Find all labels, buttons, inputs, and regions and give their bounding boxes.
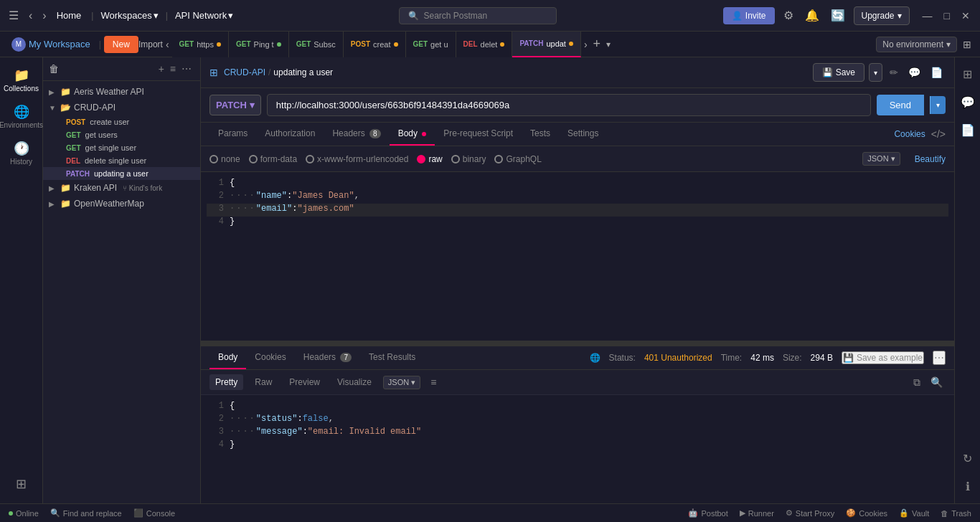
save-dropdown-button[interactable]: ▾ (869, 63, 882, 82)
home-link[interactable]: Home (54, 10, 85, 21)
sync-icon[interactable]: 🔄 (828, 6, 848, 25)
body-type-binary[interactable]: binary (451, 154, 486, 164)
endpoint-get-single-user[interactable]: GET get single user (43, 141, 200, 154)
tab-del-delete[interactable]: DEL delet (456, 32, 513, 57)
sidebar-item-mock[interactable]: ⊞ (0, 472, 42, 498)
minimize-button[interactable]: — (918, 7, 937, 24)
postbot-button[interactable]: 🤖 Postbot (688, 508, 727, 518)
hamburger-icon[interactable]: ☰ (6, 6, 22, 25)
copy-icon[interactable]: ⧉ (910, 375, 923, 390)
collection-kraken[interactable]: ▶ 📁 Kraken API ⑂ Kind's fork (43, 180, 200, 196)
online-status[interactable]: Online (9, 509, 39, 518)
comment-icon[interactable]: 💬 (905, 63, 923, 82)
endpoint-create-user[interactable]: POST create user (43, 115, 200, 128)
tab-patch-update[interactable]: PATCH updat (512, 32, 581, 57)
add-collection-button[interactable]: + (156, 62, 167, 76)
resp-tab-body[interactable]: Body (209, 346, 246, 369)
import-button[interactable]: Import (138, 39, 163, 49)
resp-json-select[interactable]: JSON ▾ (383, 376, 420, 389)
vault-button[interactable]: 🔒 Vault (899, 508, 929, 518)
find-replace-button[interactable]: 🔍 Find and replace (50, 508, 122, 518)
view-preview[interactable]: Preview (283, 374, 326, 390)
tab-get-getuser[interactable]: GET get u (406, 32, 456, 57)
endpoint-updating-user[interactable]: PATCH updating a user (43, 167, 200, 180)
tab-get-https[interactable]: GET https (172, 32, 229, 57)
json-format-select[interactable]: JSON ▾ (862, 152, 900, 166)
sidebar-item-collections[interactable]: 📁 Collections (0, 63, 42, 97)
save-button[interactable]: 💾 Save (813, 63, 864, 82)
tab-settings[interactable]: Settings (559, 123, 607, 146)
right-panel-icon2[interactable]: 💬 (956, 91, 979, 113)
maximize-button[interactable]: □ (940, 7, 954, 24)
search-resp-icon[interactable]: 🔍 (928, 375, 946, 390)
tab-params[interactable]: Params (209, 123, 256, 146)
tab-authorization[interactable]: Authorization (256, 123, 324, 146)
workspace-name[interactable]: M My Workspace (6, 37, 96, 52)
settings-icon[interactable]: ⚙ (781, 6, 796, 25)
invite-button[interactable]: 👤 Invite (723, 7, 775, 24)
api-network-menu[interactable]: API Network ▾ (175, 10, 233, 21)
right-panel-icon4[interactable]: ↻ (958, 447, 976, 470)
tab-tests[interactable]: Tests (522, 123, 559, 146)
env-selector[interactable]: No environment ▾ (876, 37, 957, 52)
url-input[interactable] (267, 94, 871, 116)
send-button[interactable]: Send (877, 95, 924, 115)
resp-tab-cookies[interactable]: Cookies (246, 346, 294, 369)
tab-headers[interactable]: Headers 8 (324, 123, 389, 146)
bell-icon[interactable]: 🔔 (802, 6, 822, 25)
resp-tab-headers[interactable]: Headers 7 (295, 346, 360, 369)
tab-new-plus[interactable]: + (590, 37, 604, 52)
body-type-urlencoded[interactable]: x-www-form-urlencoded (306, 154, 408, 164)
view-visualize[interactable]: Visualize (331, 374, 377, 390)
runner-button[interactable]: ▶ Runner (740, 508, 774, 518)
cookies-status-button[interactable]: 🍪 Cookies (846, 508, 887, 518)
tab-get-ping[interactable]: GET Ping t (229, 32, 289, 57)
search-input[interactable]: 🔍 Search Postman (399, 7, 557, 24)
tab-post-create[interactable]: POST creat (344, 32, 406, 57)
sidebar-item-environments[interactable]: 🌐 Environments (0, 100, 42, 133)
tab-pre-request[interactable]: Pre-request Script (435, 123, 522, 146)
save-example-button[interactable]: 💾 Save as example (842, 351, 924, 364)
upgrade-button[interactable]: Upgrade ▾ (854, 6, 910, 25)
wrap-icon[interactable]: ≡ (426, 375, 440, 389)
body-type-raw[interactable]: raw (417, 154, 442, 164)
body-type-none[interactable]: none (209, 154, 240, 164)
body-type-graphql[interactable]: GraphQL (494, 154, 541, 164)
endpoint-delete-user[interactable]: DEL delete single user (43, 154, 200, 167)
start-proxy-button[interactable]: ⚙ Start Proxy (786, 508, 834, 518)
code-icon[interactable]: </> (931, 128, 946, 140)
method-selector[interactable]: PATCH ▾ (209, 95, 261, 115)
workspaces-menu[interactable]: Workspaces ▾ (100, 10, 158, 21)
body-type-form-data[interactable]: form-data (249, 154, 297, 164)
collection-aeris[interactable]: ▶ 📁 Aeris Weather API (43, 84, 200, 100)
endpoint-get-users[interactable]: GET get users (43, 128, 200, 141)
env-grid-icon[interactable]: ⊞ (960, 39, 974, 50)
more-options-icon[interactable]: ⋯ (179, 62, 194, 76)
sort-icon[interactable]: ≡ (167, 62, 179, 76)
tab-scroll-left[interactable]: ‹ (163, 39, 172, 50)
tab-body[interactable]: Body (390, 123, 435, 146)
back-arrow[interactable]: ‹ (26, 6, 35, 25)
send-dropdown-button[interactable]: ▾ (930, 96, 946, 114)
cookies-button[interactable]: Cookies (894, 129, 925, 139)
document-icon[interactable]: 📄 (928, 63, 946, 82)
trash-button[interactable]: 🗑 Trash (941, 509, 971, 518)
console-button[interactable]: ⬛ Console (133, 508, 175, 518)
tab-get-subsc[interactable]: GET Subsc (289, 32, 344, 57)
forward-arrow[interactable]: › (39, 6, 49, 25)
collection-crud-api[interactable]: ▼ 📂 CRUD-API (43, 100, 200, 115)
new-button[interactable]: New (104, 36, 138, 53)
view-raw[interactable]: Raw (249, 374, 278, 390)
right-panel-icon3[interactable]: 📄 (956, 119, 979, 141)
close-button[interactable]: ✕ (957, 7, 974, 24)
tab-list-dropdown[interactable]: ▾ (603, 39, 613, 49)
resp-tab-test-results[interactable]: Test Results (360, 346, 424, 369)
response-more-button[interactable]: ⋯ (933, 351, 946, 365)
edit-icon[interactable]: ✏ (887, 63, 901, 82)
collection-openweathermap[interactable]: ▶ 📁 OpenWeatherMap (43, 196, 200, 212)
request-code-editor[interactable]: 1 { 2 ···· "name": "James Dean", 3 ···· … (201, 172, 954, 343)
view-pretty[interactable]: Pretty (209, 374, 243, 390)
sidebar-item-history[interactable]: 🕐 History (0, 136, 42, 170)
tab-scroll-right[interactable]: › (581, 39, 590, 50)
right-panel-icon1[interactable]: ⊞ (958, 63, 976, 85)
